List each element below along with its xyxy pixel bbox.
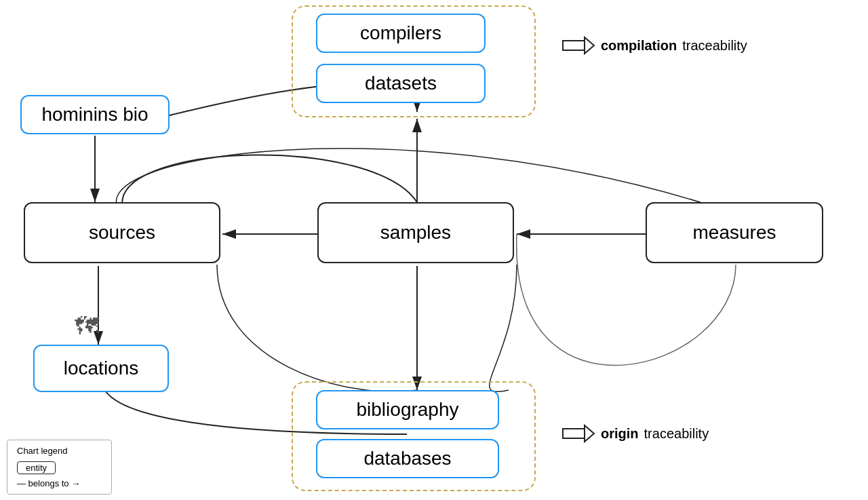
compilation-rest: traceability: [682, 38, 747, 54]
bibliography-node[interactable]: bibliography: [316, 390, 499, 429]
sources-node[interactable]: sources: [24, 202, 220, 263]
svg-marker-9: [585, 37, 594, 54]
locations-node[interactable]: locations: [33, 345, 169, 392]
hominins-bio-node[interactable]: hominins bio: [20, 95, 170, 134]
compilers-node[interactable]: compilers: [316, 14, 486, 53]
legend-belongs-line: — belongs to →: [17, 478, 102, 488]
compilation-arrow-icon: [561, 35, 595, 56]
svg-marker-11: [585, 425, 594, 442]
svg-rect-10: [563, 429, 585, 438]
origin-rest: traceability: [644, 426, 709, 442]
diagram: compilers datasets hominins bio sources …: [0, 0, 868, 500]
legend-title: Chart legend: [17, 446, 102, 456]
samples-node[interactable]: samples: [317, 202, 514, 263]
compilation-bold: compilation: [601, 38, 677, 54]
map-pin-icon: 🗺: [75, 312, 99, 341]
measures-node[interactable]: measures: [646, 202, 823, 263]
origin-arrow-icon: [561, 423, 595, 444]
svg-rect-8: [563, 41, 585, 50]
legend-box: Chart legend entity — belongs to →: [7, 440, 112, 495]
legend-entity-box: entity: [17, 461, 56, 474]
databases-node[interactable]: databases: [316, 439, 499, 478]
origin-bold: origin: [601, 426, 639, 442]
compilation-traceability-label: compilation traceability: [561, 35, 747, 56]
origin-traceability-label: origin traceability: [561, 423, 709, 444]
datasets-node[interactable]: datasets: [316, 64, 486, 103]
